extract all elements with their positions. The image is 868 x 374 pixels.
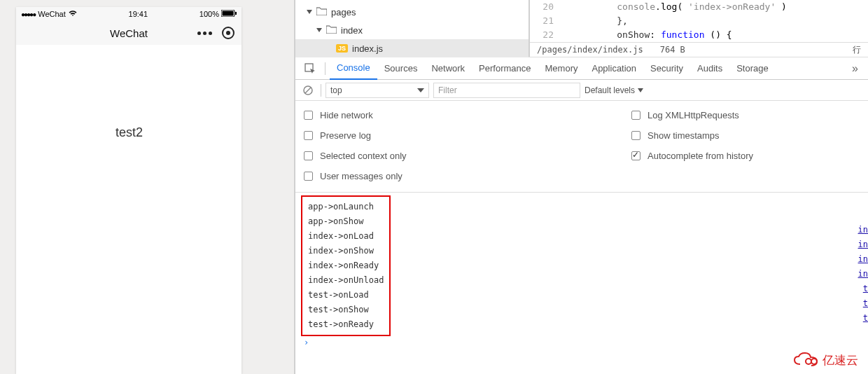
- tab-memory[interactable]: Memory: [538, 57, 585, 80]
- console-prompt[interactable]: ›: [301, 336, 862, 349]
- checkbox-icon[interactable]: [304, 151, 313, 160]
- setting-label: Show timestamps: [648, 130, 720, 141]
- tab-application[interactable]: Application: [584, 57, 643, 80]
- battery-icon: [221, 10, 237, 18]
- log-source-link[interactable]: in: [858, 254, 868, 269]
- chevron-down-icon: [417, 88, 424, 92]
- chevron-down-icon: [638, 88, 643, 92]
- console-log-line: index->onReady: [308, 258, 384, 273]
- checkbox-icon[interactable]: [631, 151, 640, 160]
- console-log-highlight: app->onLaunchapp->onShowindex->onLoadind…: [301, 195, 391, 336]
- setting-preserve-log[interactable]: Preserve log: [304, 125, 631, 146]
- setting-label: Autocomplete from history: [648, 151, 753, 161]
- filter-input[interactable]: Filter: [433, 83, 580, 98]
- setting-label: Preserve log: [320, 130, 371, 141]
- tree-label: index.js: [352, 43, 383, 54]
- console-log-line: test->onShow: [308, 303, 384, 317]
- log-source-link: [858, 195, 868, 210]
- console-toolbar: top Filter Default levels: [295, 80, 868, 101]
- tree-item-index[interactable]: index: [295, 21, 528, 39]
- svg-line-5: [305, 88, 311, 93]
- phone-frame: ●●●●● WeChat 19:41 100% WeChat test: [16, 7, 241, 374]
- setting-hide-network[interactable]: Hide network: [304, 105, 631, 125]
- filter-placeholder: Filter: [438, 85, 457, 95]
- file-tree[interactable]: pages index JS index.js: [295, 0, 530, 57]
- log-source-link[interactable]: t: [858, 298, 868, 313]
- page-viewport[interactable]: test2: [16, 45, 241, 374]
- battery-percent: 100%: [200, 10, 219, 18]
- expand-icon[interactable]: [307, 10, 312, 14]
- overflow-icon[interactable]: »: [846, 62, 864, 75]
- cursor-label: 行: [853, 44, 861, 56]
- clear-console-icon[interactable]: [300, 85, 316, 95]
- tab-console[interactable]: Console: [330, 57, 377, 80]
- code-editor[interactable]: 20 21 22 console.log( 'index->onReady' )…: [530, 0, 868, 57]
- tab-audits[interactable]: Audits: [690, 57, 729, 80]
- tab-storage[interactable]: Storage: [729, 57, 776, 80]
- log-source-link[interactable]: in: [858, 225, 868, 240]
- more-icon[interactable]: [197, 32, 212, 35]
- setting-show-timestamps[interactable]: Show timestamps: [631, 125, 868, 146]
- checkbox-icon[interactable]: [631, 131, 640, 140]
- wifi-icon: [69, 10, 77, 18]
- file-size: 764 B: [660, 45, 685, 55]
- svg-point-6: [806, 359, 811, 364]
- console-log-line: app->onShow: [308, 214, 384, 229]
- setting-label: Selected context only: [320, 151, 407, 161]
- js-file-icon: JS: [336, 44, 348, 53]
- nav-title: WeChat: [110, 27, 148, 39]
- folder-icon: [326, 25, 337, 36]
- svg-rect-2: [235, 12, 237, 15]
- log-source-links: ininininttt: [858, 195, 868, 328]
- signal-icon: ●●●●●: [21, 11, 35, 18]
- context-value: top: [330, 85, 342, 95]
- page-text: test2: [115, 125, 143, 140]
- svg-point-7: [811, 359, 817, 364]
- tree-label: index: [341, 25, 363, 36]
- folder-icon: [316, 7, 327, 18]
- svg-rect-1: [222, 11, 233, 16]
- status-time: 19:41: [129, 10, 148, 18]
- setting-user-messages-only[interactable]: User messages only: [304, 166, 631, 186]
- tree-item-pages[interactable]: pages: [295, 3, 528, 21]
- nav-bar: WeChat: [16, 21, 241, 45]
- expand-icon[interactable]: [316, 28, 322, 32]
- console-output[interactable]: app->onLaunchapp->onShowindex->onLoadind…: [295, 193, 868, 374]
- checkbox-icon[interactable]: [304, 131, 313, 140]
- log-source-link: [858, 210, 868, 225]
- checkbox-icon[interactable]: [631, 111, 640, 120]
- code-content[interactable]: console.log( 'index->onReady' ) }, onSho…: [562, 0, 868, 42]
- checkbox-icon[interactable]: [304, 172, 313, 181]
- level-value: Default levels: [584, 85, 635, 95]
- tab-sources[interactable]: Sources: [377, 57, 425, 80]
- setting-log-xmlhttprequests[interactable]: Log XMLHttpRequests: [631, 105, 868, 125]
- editor-status-bar: /pages/index/index.js 764 B 行: [530, 42, 868, 57]
- log-source-link[interactable]: t: [858, 313, 868, 328]
- console-log-line: app->onLaunch: [308, 200, 384, 214]
- log-source-link[interactable]: in: [858, 269, 868, 284]
- element-picker-icon[interactable]: [300, 63, 321, 74]
- log-level-select[interactable]: Default levels: [584, 85, 643, 95]
- setting-label: User messages only: [320, 171, 402, 181]
- tab-performance[interactable]: Performance: [472, 57, 538, 80]
- close-capsule-icon[interactable]: [222, 27, 234, 39]
- devtools-tab-bar: ConsoleSourcesNetworkPerformanceMemoryAp…: [295, 57, 868, 80]
- setting-autocomplete-from-history[interactable]: Autocomplete from history: [631, 146, 868, 166]
- tab-network[interactable]: Network: [424, 57, 472, 80]
- setting-selected-context-only[interactable]: Selected context only: [304, 146, 631, 166]
- setting-label: Hide network: [320, 110, 373, 120]
- log-source-link[interactable]: t: [858, 284, 868, 298]
- checkbox-icon[interactable]: [304, 111, 313, 120]
- tree-label: pages: [331, 7, 356, 18]
- tab-security[interactable]: Security: [643, 57, 690, 80]
- context-select[interactable]: top: [326, 83, 429, 98]
- console-log-line: test->onReady: [308, 317, 384, 332]
- status-bar: ●●●●● WeChat 19:41 100%: [16, 7, 241, 21]
- console-log-line: index->onLoad: [308, 229, 384, 244]
- code-line: },: [562, 14, 868, 28]
- log-source-link[interactable]: in: [858, 240, 868, 254]
- setting-label: Log XMLHttpRequests: [648, 110, 739, 120]
- carrier-label: WeChat: [38, 10, 66, 18]
- tree-item-index-js[interactable]: JS index.js: [295, 39, 528, 57]
- simulator-panel: ●●●●● WeChat 19:41 100% WeChat test: [0, 0, 241, 374]
